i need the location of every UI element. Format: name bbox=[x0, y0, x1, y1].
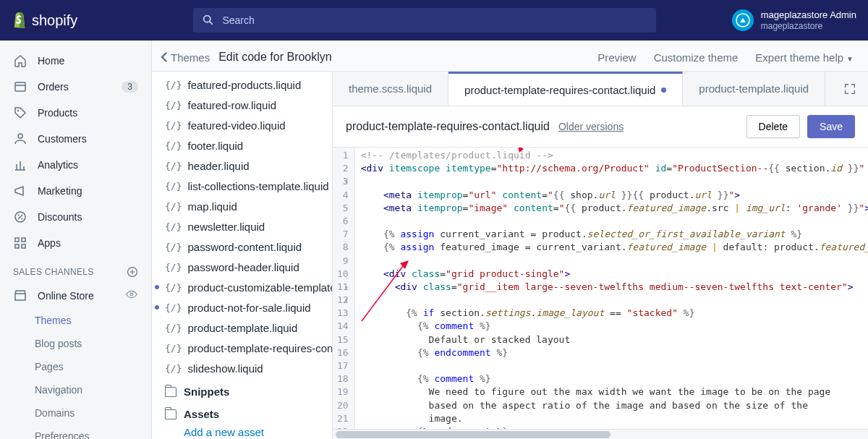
liquid-file-icon: {/} bbox=[165, 242, 182, 252]
svg-rect-10 bbox=[22, 244, 25, 248]
liquid-file-icon: {/} bbox=[165, 262, 182, 273]
logo[interactable]: shopify bbox=[12, 12, 77, 29]
svg-point-6 bbox=[22, 218, 23, 220]
customize-theme-link[interactable]: Customize theme bbox=[654, 51, 739, 64]
nav-pages[interactable]: Pages bbox=[0, 355, 151, 378]
preview-link[interactable]: Preview bbox=[597, 51, 636, 64]
liquid-file-icon: {/} bbox=[165, 221, 182, 232]
file-item[interactable]: {/}newsletter.liquid bbox=[152, 216, 332, 236]
nav-analytics[interactable]: Analytics bbox=[0, 152, 151, 178]
back-link[interactable]: Themes bbox=[161, 51, 210, 64]
search-box[interactable] bbox=[193, 8, 656, 33]
user-name: mageplazastore Admin bbox=[761, 9, 856, 21]
file-tree[interactable]: {/}featured-products.liquid{/}featured-r… bbox=[152, 72, 333, 439]
code-area[interactable]: 12▾345678910▾11▾121314151617181920212223… bbox=[333, 147, 868, 429]
editor-scrollbar[interactable] bbox=[333, 429, 868, 439]
expand-icon[interactable] bbox=[832, 72, 868, 106]
search-icon bbox=[202, 14, 215, 27]
user-menu[interactable]: mageplazastore Admin mageplazastore bbox=[732, 9, 856, 31]
file-item[interactable]: {/}list-collections-template.liquid bbox=[152, 176, 332, 196]
sales-channels-header: SALES CHANNELS bbox=[0, 256, 151, 282]
liquid-file-icon: {/} bbox=[165, 282, 182, 293]
code-editor: theme.scss.liquidproduct-template-requir… bbox=[333, 72, 868, 439]
editor-tab[interactable]: theme.scss.liquid bbox=[333, 72, 448, 106]
nav-customers[interactable]: Customers bbox=[0, 126, 151, 152]
nav-domains[interactable]: Domains bbox=[0, 401, 151, 425]
older-versions-link[interactable]: Older versions bbox=[558, 121, 624, 132]
save-button[interactable]: Save bbox=[807, 115, 855, 138]
liquid-file-icon: {/} bbox=[165, 181, 182, 192]
svg-rect-1 bbox=[15, 82, 25, 91]
file-item[interactable]: {/}header.liquid bbox=[152, 155, 332, 176]
liquid-file-icon: {/} bbox=[165, 140, 182, 151]
liquid-file-icon: {/} bbox=[165, 302, 182, 313]
add-asset-link[interactable]: Add a new asset bbox=[152, 423, 332, 439]
chevron-down-icon: ▼ bbox=[846, 55, 854, 63]
nav-apps[interactable]: Apps bbox=[0, 230, 151, 256]
modified-dot-icon bbox=[155, 305, 159, 310]
content-area: Themes Edit code for Brooklyn Preview Cu… bbox=[152, 41, 868, 439]
delete-button[interactable]: Delete bbox=[746, 115, 800, 138]
editor-tab[interactable]: product-template.liquid bbox=[683, 72, 825, 106]
channels-header-label: SALES CHANNELS bbox=[13, 267, 94, 277]
file-item[interactable]: {/}product-customizable-template.liquid bbox=[152, 277, 332, 297]
left-nav: HomeOrders3ProductsCustomersAnalyticsMar… bbox=[0, 41, 152, 439]
file-item[interactable]: {/}featured-row.liquid bbox=[152, 95, 332, 115]
search-input[interactable] bbox=[222, 14, 647, 26]
expert-help-link[interactable]: Expert theme help▼ bbox=[755, 51, 854, 64]
file-item[interactable]: {/}product-template.liquid bbox=[152, 317, 332, 338]
file-item[interactable]: {/}password-content.liquid bbox=[152, 236, 332, 257]
file-item[interactable]: {/}featured-products.liquid bbox=[152, 74, 332, 95]
header-actions: Preview Customize theme Expert theme hel… bbox=[597, 51, 854, 64]
file-item[interactable]: {/}footer.liquid bbox=[152, 135, 332, 155]
svg-rect-7 bbox=[15, 238, 19, 242]
search-wrap bbox=[193, 8, 656, 33]
svg-point-3 bbox=[18, 134, 22, 138]
svg-point-12 bbox=[130, 293, 133, 296]
liquid-file-icon: {/} bbox=[165, 161, 182, 171]
file-item[interactable]: {/}featured-video.liquid bbox=[152, 115, 332, 135]
folder-icon bbox=[165, 409, 176, 419]
nav-preferences[interactable]: Preferences bbox=[0, 425, 151, 439]
nav-themes[interactable]: Themes bbox=[0, 309, 151, 332]
file-item[interactable]: {/}product-template-requires-contact.liq… bbox=[152, 338, 332, 358]
liquid-file-icon: {/} bbox=[165, 363, 182, 374]
folder-snippets[interactable]: Snippets bbox=[152, 378, 332, 401]
liquid-file-icon: {/} bbox=[165, 201, 182, 212]
folder-assets[interactable]: Assets bbox=[152, 401, 332, 423]
page-title: Edit code for Brooklyn bbox=[218, 51, 332, 64]
nav-products[interactable]: Products bbox=[0, 100, 151, 126]
svg-rect-9 bbox=[15, 244, 19, 248]
file-item[interactable]: {/}map.liquid bbox=[152, 196, 332, 216]
nav-marketing[interactable]: Marketing bbox=[0, 178, 151, 204]
nav-blog-posts[interactable]: Blog posts bbox=[0, 332, 151, 355]
editor-tabs: theme.scss.liquidproduct-template-requir… bbox=[333, 72, 868, 106]
nav-navigation[interactable]: Navigation bbox=[0, 378, 151, 401]
folder-icon bbox=[165, 387, 176, 397]
user-text: mageplazastore Admin mageplazastore bbox=[761, 9, 856, 31]
svg-rect-8 bbox=[22, 238, 25, 242]
svg-point-2 bbox=[17, 110, 19, 111]
badge: 3 bbox=[122, 81, 138, 93]
nav-discounts[interactable]: Discounts bbox=[0, 204, 151, 230]
user-store: mageplazastore bbox=[761, 21, 856, 31]
liquid-file-icon: {/} bbox=[165, 100, 182, 111]
file-item[interactable]: {/}slideshow.liquid bbox=[152, 358, 332, 378]
modified-dot-icon bbox=[155, 285, 159, 289]
nav-online-store[interactable]: Online Store bbox=[0, 282, 151, 309]
file-item[interactable]: {/}product-not-for-sale.liquid bbox=[152, 297, 332, 317]
editor-tab[interactable]: product-template-requires-contact.liquid bbox=[448, 72, 683, 106]
liquid-file-icon: {/} bbox=[165, 120, 182, 131]
nav-home[interactable]: Home bbox=[0, 48, 151, 74]
brand-text: shopify bbox=[32, 12, 77, 29]
svg-point-5 bbox=[18, 215, 20, 216]
content-header: Themes Edit code for Brooklyn Preview Cu… bbox=[152, 41, 868, 71]
file-item[interactable]: {/}password-header.liquid bbox=[152, 257, 332, 277]
current-file-name: product-template-requires-contact.liquid bbox=[346, 120, 550, 133]
nav-orders[interactable]: Orders3 bbox=[0, 74, 151, 100]
add-channel-icon[interactable] bbox=[127, 266, 138, 278]
eye-icon[interactable] bbox=[125, 288, 138, 303]
chevron-left-icon bbox=[161, 52, 168, 62]
code-lines[interactable]: <!-- /templates/product.liquid --><div i… bbox=[355, 148, 868, 429]
shopify-bag-icon bbox=[12, 12, 27, 29]
